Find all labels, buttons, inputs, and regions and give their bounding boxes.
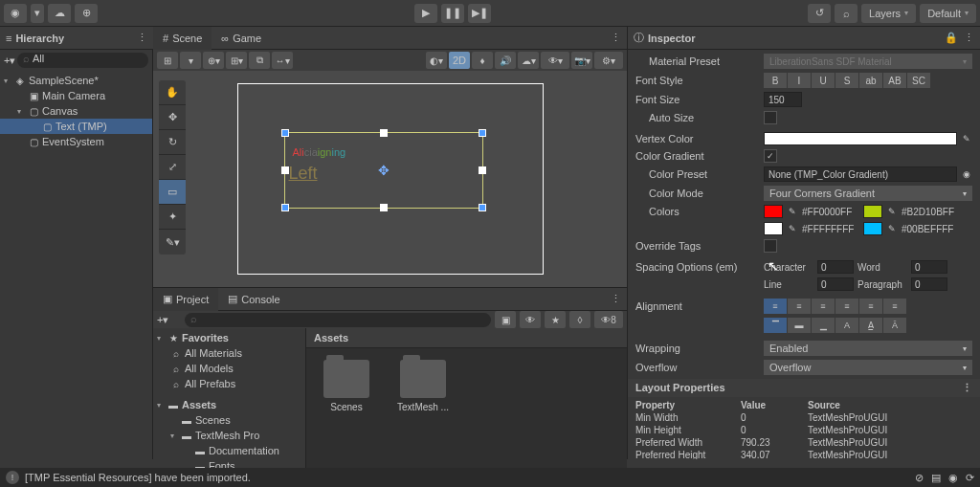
snap-button[interactable]: ⧉ [249,52,270,69]
fx-button[interactable]: ☁▾ [518,52,539,69]
save-filter-button[interactable]: ◊ [569,311,590,328]
align-center[interactable]: ≡ [788,299,811,314]
resize-handle[interactable] [479,129,486,137]
gameobject-item[interactable]: ▣Main Camera [0,88,152,103]
step-button[interactable]: ▶❚ [468,4,491,23]
search-filter-item[interactable]: ⌕All Models [153,361,305,376]
account-button[interactable]: ◉ [4,4,27,23]
2d-button[interactable]: 2D [449,52,470,69]
spacing-line-field[interactable]: 0 [817,277,854,291]
fontstyle-bold[interactable]: B [764,73,787,88]
hidden-count[interactable]: 👁8 [594,311,623,328]
undo-history-button[interactable]: ↺ [808,4,831,23]
global-button[interactable]: ⊕ [75,4,98,23]
status-icon[interactable]: ⊘ [915,472,924,484]
gameobject-item[interactable]: ▢EventSystem [0,134,152,149]
view-tool-button[interactable]: ⊞ [157,52,178,69]
favorites-item[interactable]: ▾★Favorites [153,330,305,345]
resize-handle[interactable] [380,204,388,211]
cloud-button[interactable]: ☁ [48,4,71,23]
lighting-button[interactable]: ♦ [472,52,493,69]
scene-menu-icon[interactable]: ⋮ [605,32,627,44]
folder-item[interactable]: ▾▬TextMesh Pro [153,428,305,443]
hidden-button[interactable]: 👁▾ [541,52,569,69]
align-capline[interactable]: Ā [883,318,906,333]
resize-handle[interactable] [281,204,289,211]
scale-tool[interactable]: ⤢ [159,155,186,180]
spacing-word-field[interactable]: 0 [911,260,947,274]
shading-button[interactable]: ◐▾ [426,52,447,69]
resize-handle[interactable] [380,129,388,137]
local-button[interactable]: ⊕▾ [203,52,224,69]
tab-console[interactable]: ▤Console [218,288,289,311]
status-icon[interactable]: ◉ [948,472,958,484]
align-geo[interactable]: ≡ [883,299,906,314]
color-topleft[interactable] [764,205,783,218]
rotate-tool[interactable]: ↻ [159,130,186,155]
object-picker-icon[interactable]: ◉ [961,168,972,180]
align-left[interactable]: ≡ [764,299,787,314]
fontstyle-underline[interactable]: U [812,73,835,88]
add-asset-button[interactable]: +▾ [157,314,168,326]
align-bottom[interactable]: ▁ [812,318,835,333]
spacing-char-field[interactable]: 0 [817,260,854,274]
fontstyle-upper[interactable]: AB [883,73,906,88]
font-size-field[interactable]: 150 [764,92,802,107]
folder-item[interactable]: ▬Scenes [153,412,305,428]
auto-size-checkbox[interactable] [764,111,777,124]
move-tool[interactable]: ✥ [159,105,186,130]
fontstyle-lower[interactable]: ab [859,73,882,88]
selected-rect[interactable]: Aliciaigning Left ✥ [284,132,483,209]
eyedropper-icon[interactable]: ✎ [787,223,798,234]
pivot-button[interactable]: ▾ [180,52,201,69]
account-drop[interactable]: ▾ [31,4,44,23]
search-button[interactable]: ⌕ [835,4,858,23]
folder-item[interactable]: TextMesh ... [394,360,452,412]
fav-filter-button[interactable]: 👁 [520,311,541,328]
resize-handle[interactable] [281,129,289,137]
wrapping-dropdown[interactable]: Enabled [764,341,972,356]
layers-dropdown[interactable]: Layers [861,4,916,23]
color-preset-field[interactable]: None (TMP_Color Gradient) [764,166,957,182]
eyedropper-icon[interactable]: ✎ [886,223,898,234]
color-gradient-checkbox[interactable]: ✓ [764,149,777,163]
grid-button[interactable]: ⊞▾ [226,52,247,69]
tab-project[interactable]: ▣Project [153,288,218,311]
override-tags-checkbox[interactable] [764,239,777,253]
assets-root[interactable]: ▾▬Assets [153,397,305,412]
spacing-para-field[interactable]: 0 [911,277,947,291]
color-bottomleft[interactable] [764,222,783,235]
material-preset-dropdown[interactable]: LiberationSans SDF Material [764,54,972,69]
fontstyle-strike[interactable]: S [835,73,858,88]
search-filter-item[interactable]: ⌕All Materials [153,345,305,361]
section-menu-icon[interactable]: ⋮ [962,382,972,394]
tab-game[interactable]: ∞Game [212,27,271,50]
status-icon[interactable]: ▤ [931,472,941,484]
align-justify[interactable]: ≡ [835,299,858,314]
folder-item[interactable]: ▬Documentation [153,443,305,458]
eyedropper-icon[interactable]: ✎ [787,206,798,217]
pause-button[interactable]: ❚❚ [441,4,464,23]
gameobject-item[interactable]: ▾▢Canvas [0,103,152,119]
hidden-filter-button[interactable]: ★ [545,311,566,328]
move-gizmo-icon[interactable]: ✥ [375,162,392,179]
resize-handle[interactable] [281,166,289,174]
align-top[interactable]: ▔ [764,318,787,333]
hierarchy-menu-icon[interactable]: ⋮ [137,32,147,44]
breadcrumb[interactable]: Assets [306,328,627,348]
increment-button[interactable]: ↔▾ [272,52,293,69]
align-right[interactable]: ≡ [812,299,835,314]
eyedropper-icon[interactable]: ✎ [961,133,972,144]
resize-handle[interactable] [479,204,486,211]
project-search[interactable]: ⌕ [185,313,491,327]
search-filter-item[interactable]: ⌕All Prefabs [153,376,305,391]
hierarchy-search[interactable]: ⌕ All [17,53,148,68]
inspector-menu-icon[interactable]: ⋮ [964,32,974,44]
align-middle[interactable]: ▬ [788,318,811,333]
eyedropper-icon[interactable]: ✎ [886,206,898,217]
scene-viewport[interactable]: ✋ ✥ ↻ ⤢ ▭ ✦ ✎▾ Aliciaigning Left ✥ [153,71,627,287]
tab-scene[interactable]: #Scene [153,27,212,50]
project-menu-icon[interactable]: ⋮ [605,293,627,305]
align-midline[interactable]: A̲ [859,318,882,333]
filter-button[interactable]: ▣ [495,311,516,328]
